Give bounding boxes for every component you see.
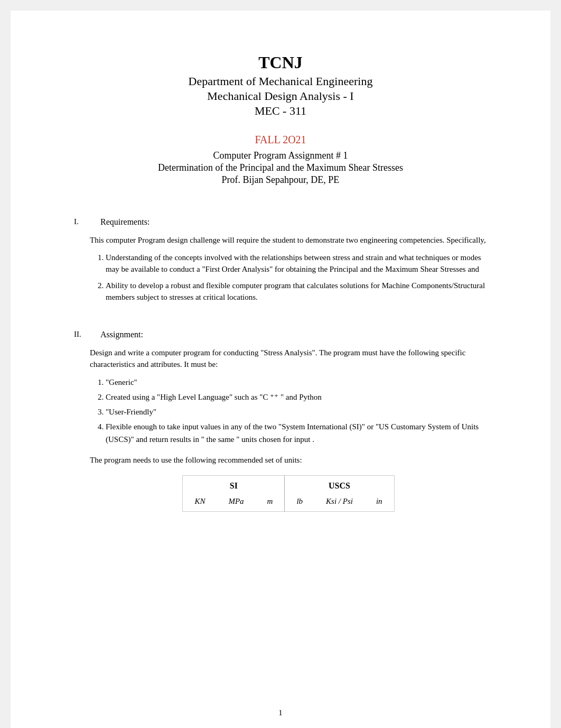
list-item: Ability to develop a robust and flexible… xyxy=(106,280,487,303)
table-data-row: KN MPa m lb Ksi / Psi in xyxy=(183,493,394,512)
table-cell-kn: KN xyxy=(183,493,217,512)
section1-body: This computer Program design challenge w… xyxy=(90,234,487,303)
assignment-line1: Computer Program Assignment # 1 xyxy=(74,150,487,161)
section2-title: Assignment: xyxy=(100,330,143,339)
section1-intro: This computer Program design challenge w… xyxy=(90,234,487,246)
section1-roman: I. xyxy=(74,217,90,226)
department-name: Department of Mechanical Engineering xyxy=(74,75,487,88)
units-note: The program needs to use the following r… xyxy=(90,454,487,466)
table-cell-in: in xyxy=(364,493,394,512)
assignment-line3: Prof. Bijan Sepahpour, DE, PE xyxy=(74,174,487,186)
assignment-info: Computer Program Assignment # 1 Determin… xyxy=(74,150,487,186)
list-item: Understanding of the concepts involved w… xyxy=(106,252,487,275)
table-cell-m: m xyxy=(256,493,285,512)
course-number: MEC - 311 xyxy=(74,104,487,118)
document-page: TCNJ Department of Mechanical Engineerin… xyxy=(11,11,550,728)
semester-label: FALL 2O21 xyxy=(74,134,487,146)
section1-title: Requirements: xyxy=(100,217,149,227)
section2-list: "Generic" Created using a "High Level La… xyxy=(106,376,487,446)
section1-list: Understanding of the concepts involved w… xyxy=(106,252,487,303)
section2-body: Design and write a computer program for … xyxy=(90,347,487,512)
list-item: Created using a "High Level Language" su… xyxy=(106,391,487,403)
assignment-line2: Determination of the Principal and the M… xyxy=(74,162,487,173)
list-item: "User-Friendly" xyxy=(106,406,487,418)
uscs-header: USCS xyxy=(285,476,394,493)
section2-intro: Design and write a computer program for … xyxy=(90,347,487,371)
section2-roman: II. xyxy=(74,330,90,339)
si-header: SI xyxy=(183,476,285,493)
table-cell-mpa: MPa xyxy=(217,493,255,512)
list-item: "Generic" xyxy=(106,376,487,389)
section1-heading: I. Requirements: xyxy=(74,217,487,227)
section2-heading: II. Assignment: xyxy=(74,330,487,339)
units-table-wrapper: SI USCS KN MPa m lb Ksi / Psi in xyxy=(90,475,487,512)
page-header: TCNJ Department of Mechanical Engineerin… xyxy=(74,53,487,118)
units-table: SI USCS KN MPa m lb Ksi / Psi in xyxy=(182,475,394,512)
semester-section: FALL 2O21 xyxy=(74,134,487,146)
list-item: Flexible enough to take input values in … xyxy=(106,420,487,446)
table-cell-ksi: Ksi / Psi xyxy=(314,493,364,512)
table-cell-lb: lb xyxy=(285,493,314,512)
table-header-row: SI USCS xyxy=(183,476,394,493)
page-number: 1 xyxy=(11,708,550,717)
course-name: Mechanical Design Analysis - I xyxy=(74,89,487,103)
university-title: TCNJ xyxy=(74,53,487,72)
